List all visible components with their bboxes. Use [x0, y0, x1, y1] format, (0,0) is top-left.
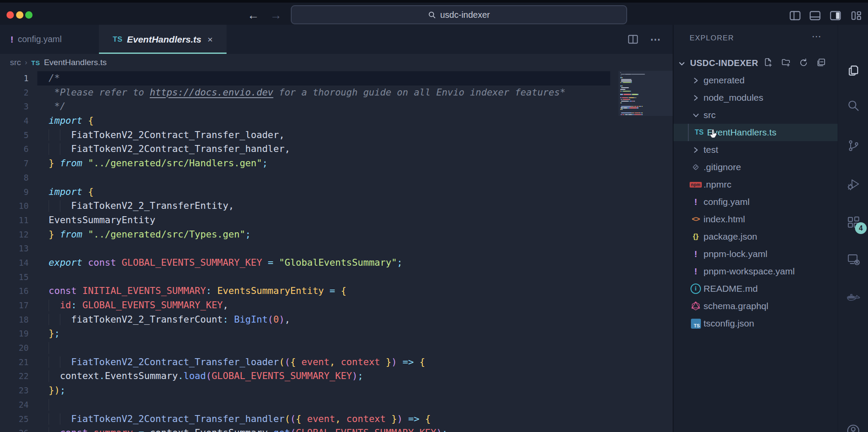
code-line[interactable]: 16const INITIAL_EVENTS_SUMMARY: EventsSu… — [0, 284, 673, 298]
code-line[interactable]: 23}); — [0, 383, 673, 398]
tree-item--npmrc[interactable]: npm.npmrc — [674, 176, 838, 193]
editor-more-actions-icon[interactable]: ⋯ — [650, 33, 661, 46]
split-editor-icon[interactable] — [627, 33, 639, 45]
code-line[interactable]: 18 fiatTokenV2_2_TransferCount: BigInt(0… — [0, 313, 673, 327]
ts-letters-icon: TS — [693, 129, 706, 136]
new-file-icon[interactable] — [763, 57, 773, 69]
line-number: 7 — [0, 156, 29, 171]
line-number: 21 — [0, 355, 29, 369]
code-line[interactable]: 3 */ — [0, 99, 673, 114]
tab-config-yaml[interactable]: ! config.yaml — [0, 25, 102, 54]
minimap-line — [620, 72, 674, 73]
code-line[interactable]: 2 *Please refer to https://docs.envio.de… — [0, 86, 673, 100]
tree-item-src[interactable]: src — [674, 106, 838, 124]
minimize-window-button[interactable] — [16, 11, 23, 19]
panel-left-icon[interactable] — [789, 9, 802, 22]
code-line[interactable]: 17 id: GLOBAL_EVENTS_SUMMARY_KEY, — [0, 298, 673, 313]
code-text: EventsSummaryEntity — [29, 213, 155, 228]
code-line[interactable]: 12} from "../generated/src/Types.gen"; — [0, 228, 673, 242]
activity-explorer[interactable] — [838, 57, 868, 83]
code-text: id: GLOBAL_EVENTS_SUMMARY_KEY, — [29, 298, 228, 313]
tree-item-node-modules[interactable]: node_modules — [674, 89, 838, 106]
workspace-section-header[interactable]: USDC-INDEXER — [674, 56, 838, 71]
close-window-button[interactable] — [7, 11, 14, 19]
code-text: import { — [29, 185, 94, 199]
breadcrumb-folder[interactable]: src — [10, 58, 21, 67]
tree-item-pnpm-lock-yaml[interactable]: !pnpm-lock.yaml — [674, 245, 838, 263]
breadcrumb-file[interactable]: EventHandlers.ts — [44, 58, 107, 67]
tree-item-readme-md[interactable]: iREADME.md — [674, 280, 838, 297]
tree-item-config-yaml[interactable]: !config.yaml — [674, 193, 838, 211]
tree-item-package-json[interactable]: {}package.json — [674, 228, 838, 245]
close-tab-icon[interactable]: × — [207, 34, 213, 45]
panel-bottom-icon[interactable] — [809, 9, 822, 22]
tree-item-eventhandlers-ts[interactable]: TSEventHandlers.ts — [674, 124, 838, 141]
tab-eventhandlers-ts[interactable]: TS EventHandlers.ts × — [99, 25, 227, 54]
minimap-line — [620, 112, 674, 113]
code-text: const INITIAL_EVENTS_SUMMARY: EventsSumm… — [29, 284, 346, 298]
code-line[interactable]: 1/* — [0, 71, 673, 86]
chevron-down-icon — [689, 112, 702, 119]
code-line[interactable]: 9import { — [0, 185, 673, 199]
yaml-exclaim-icon: ! — [689, 197, 702, 207]
search-value: usdc-indexer — [440, 10, 490, 20]
tree-item-label: src — [704, 110, 716, 120]
nav-back-arrow-icon[interactable]: ← — [247, 9, 259, 22]
tree-item-test[interactable]: test — [674, 141, 838, 158]
current-line-highlight — [37, 71, 610, 86]
code-line[interactable]: 20 — [0, 341, 673, 355]
code-line[interactable]: 26 const summary = context.EventsSummary… — [0, 426, 673, 432]
minimap[interactable] — [618, 71, 675, 116]
customize-layout-icon[interactable] — [850, 9, 863, 22]
activity-docker[interactable] — [838, 285, 868, 311]
tree-item-label: package.json — [704, 231, 757, 242]
activity-source-control[interactable] — [838, 132, 868, 158]
code-line[interactable]: 15 — [0, 270, 673, 284]
graphql-icon — [689, 301, 702, 311]
activity-extensions[interactable]: 4 — [838, 209, 868, 235]
explorer-more-actions-icon[interactable]: ⋯ — [812, 31, 822, 42]
activity-remote[interactable] — [838, 246, 868, 272]
activity-account[interactable] — [838, 418, 868, 432]
code-line[interactable]: 4import { — [0, 114, 673, 128]
minimap-line — [620, 101, 674, 102]
code-area[interactable]: 1/*2 *Please refer to https://docs.envio… — [0, 71, 673, 432]
tree-item-tsconfig-json[interactable]: TStsconfig.json — [674, 315, 838, 332]
new-folder-icon[interactable] — [781, 57, 791, 69]
collapse-all-icon[interactable] — [816, 57, 826, 69]
line-number: 26 — [0, 426, 29, 432]
code-line[interactable]: 25 FiatTokenV2_2Contract_Transfer_handle… — [0, 412, 673, 426]
tree-item-label: schema.graphql — [704, 301, 768, 311]
code-text: import { — [29, 114, 94, 128]
code-line[interactable]: 22 context.EventsSummary.load(GLOBAL_EVE… — [0, 369, 673, 383]
minimap-line — [620, 91, 674, 92]
code-line[interactable]: 11EventsSummaryEntity — [0, 213, 673, 228]
code-line[interactable]: 14export const GLOBAL_EVENTS_SUMMARY_KEY… — [0, 256, 673, 270]
activity-search[interactable] — [838, 92, 868, 119]
git-ignore-icon — [689, 163, 702, 171]
refresh-icon[interactable] — [799, 58, 809, 69]
panel-right-filled-icon[interactable] — [829, 9, 842, 22]
code-line[interactable]: 6 FiatTokenV2_2Contract_Transfer_handler… — [0, 142, 673, 156]
code-line[interactable]: 24 — [0, 398, 673, 412]
code-line[interactable]: 5 FiatTokenV2_2Contract_Transfer_loader, — [0, 128, 673, 142]
code-line[interactable]: 10 FiatTokenV2_2_TransferEntity, — [0, 199, 673, 213]
indent-guide — [49, 342, 49, 354]
activity-run-debug[interactable] — [838, 171, 868, 197]
code-line[interactable]: 8 — [0, 171, 673, 185]
zoom-window-button[interactable] — [25, 11, 33, 19]
tree-item-schema-graphql[interactable]: schema.graphql — [674, 297, 838, 315]
command-center-search[interactable]: usdc-indexer — [291, 5, 627, 24]
tree-item-generated[interactable]: generated — [674, 72, 838, 89]
tree-item-pnpm-workspace-yaml[interactable]: !pnpm-workspace.yaml — [674, 263, 838, 280]
code-line[interactable]: 13 — [0, 241, 673, 256]
tree-item-index-html[interactable]: <>index.html — [674, 211, 838, 228]
breadcrumb[interactable]: src › TS EventHandlers.ts — [0, 54, 683, 71]
chevron-right-icon — [689, 77, 702, 84]
code-line[interactable]: 7} from "../generated/src/Handlers.gen"; — [0, 156, 673, 171]
nav-forward-arrow-icon[interactable]: → — [270, 9, 282, 22]
code-line[interactable]: 19}; — [0, 326, 673, 341]
code-line[interactable]: 21 FiatTokenV2_2Contract_Transfer_loader… — [0, 355, 673, 369]
tree-item--gitignore[interactable]: .gitignore — [674, 158, 838, 176]
yaml-exclaim-icon: ! — [689, 249, 702, 259]
